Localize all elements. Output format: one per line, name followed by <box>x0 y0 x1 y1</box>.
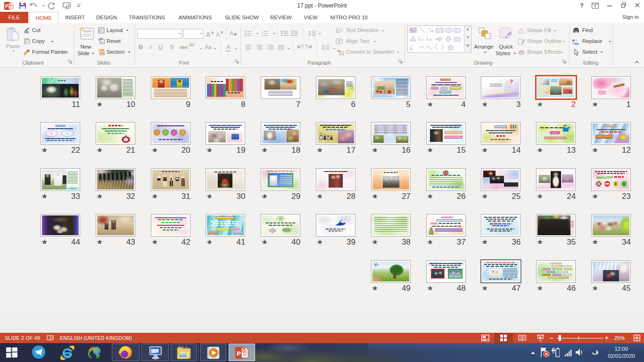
svg-text:3: 3 <box>262 34 263 37</box>
svg-text:A: A <box>411 28 413 31</box>
svg-text:A: A <box>340 28 343 33</box>
svg-text:?: ? <box>50 132 53 136</box>
svg-text:ac: ac <box>575 41 579 45</box>
svg-text:$: $ <box>623 181 625 186</box>
svg-text:P: P <box>237 350 241 357</box>
svg-text:P: P <box>5 4 8 9</box>
svg-text:?: ? <box>66 132 68 136</box>
